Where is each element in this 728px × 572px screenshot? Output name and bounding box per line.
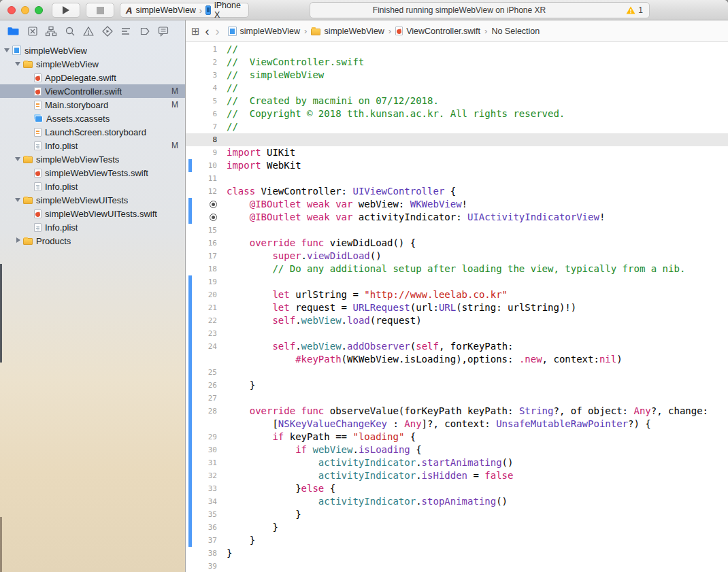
code-line[interactable]: 15 [186,224,728,237]
code-text[interactable]: // Created by macmini on 07/12/2018. [227,95,439,107]
code-text[interactable]: // Do any additional setup after loading… [227,263,685,275]
go-forward-icon[interactable]: › [215,25,220,37]
line-number-gutter[interactable]: 2 [186,56,217,69]
code-text[interactable]: // [227,120,238,133]
code-text[interactable]: @IBOutlet weak var webView: WKWebView! [227,198,467,211]
line-number-gutter[interactable]: 16 [186,237,217,250]
code-line[interactable]: 34 activityIndicator.stopAnimating() [186,495,728,508]
close-window-button[interactable] [7,6,16,14]
code-line[interactable]: 9 import UIKit [186,146,728,159]
code-text[interactable]: } [227,547,232,560]
code-text[interactable]: super.viewDidLoad() [227,250,382,263]
code-line[interactable]: 33 }else { [186,482,728,495]
code-line[interactable]: 6 // Copyright © 2018 tth.kunsan.ac.kr. … [186,107,728,120]
disclosure-triangle-icon[interactable] [26,169,33,176]
disclosure-triangle-icon[interactable] [26,115,33,122]
code-line[interactable]: 23 [186,327,728,340]
line-number-gutter[interactable]: 9 [186,146,217,159]
run-button[interactable] [52,3,80,18]
code-text[interactable]: override func observeValue(forKeyPath ke… [227,405,708,418]
line-number-gutter[interactable]: 12 [186,185,217,198]
code-line[interactable]: @IBOutlet weak var webView: WKWebView! [186,198,728,211]
breakpoints-icon[interactable] [139,25,151,37]
code-line[interactable]: [NSKeyValueChangeKey : Any]?, context: U… [186,418,728,431]
code-line[interactable]: 20 let urlString = "http://www.leelab.co… [186,288,728,301]
scheme-device[interactable]: iPhone X [214,1,243,20]
tree-row[interactable]: Main.storyboard M [0,98,185,112]
code-line[interactable]: 37 } [186,534,728,547]
code-line[interactable]: 25 [186,366,728,379]
code-text[interactable]: // ViewController.swift [227,56,364,69]
tests-icon[interactable] [101,25,114,37]
tree-row[interactable]: simpleWebViewUITests [0,193,185,207]
tree-row[interactable]: Assets.xcassets [0,112,185,125]
code-line[interactable]: 30 if webView.isLoading { [186,443,728,456]
line-number-gutter[interactable]: 11 [186,172,217,185]
code-line[interactable]: 28 override func observeValue(forKeyPath… [186,405,728,418]
code-area[interactable]: 1 // 2 // ViewController.swift 3 // simp… [186,43,728,572]
code-text[interactable]: import UIKit [227,146,295,159]
disclosure-triangle-icon[interactable] [26,101,33,108]
tree-row[interactable]: simpleWebViewTests [0,152,185,166]
code-text[interactable]: }else { [227,482,335,495]
disclosure-triangle-icon[interactable] [4,47,11,54]
tree-row[interactable]: simpleWebView [0,44,185,57]
tree-row[interactable]: ViewController.swift M [0,84,185,98]
scheme-target[interactable]: simpleWebView [135,5,195,15]
debug-icon[interactable] [120,25,132,37]
code-text[interactable]: } [227,508,301,521]
breadcrumb-item[interactable]: simpleWebView [228,27,300,36]
disclosure-triangle-icon[interactable] [15,237,22,244]
line-number-gutter[interactable]: 4 [186,82,217,95]
code-text[interactable]: import WebKit [227,159,301,172]
line-number-gutter[interactable]: 39 [186,560,217,572]
code-line[interactable]: 12 class ViewController: UIViewControlle… [186,185,728,198]
code-text[interactable]: activityIndicator.stopAnimating() [227,495,508,508]
breadcrumb-item[interactable]: simpleWebView [311,27,384,36]
code-line[interactable]: 22 self.webView.load(request) [186,314,728,327]
code-text[interactable]: } [227,534,255,547]
code-text[interactable]: self.webView.addObserver(self, forKeyPat… [227,340,514,353]
disclosure-triangle-icon[interactable] [26,224,33,231]
code-text[interactable]: let urlString = "http://www.leelab.co.kr… [227,288,508,301]
issues-icon[interactable] [82,25,95,37]
code-text[interactable]: class ViewController: UIViewController { [227,185,456,198]
tree-row[interactable]: simpleWebViewTests.swift [0,166,185,180]
code-text[interactable]: // Copyright © 2018 tth.kunsan.ac.kr. Al… [227,107,565,120]
tree-row[interactable]: Products [0,234,185,248]
line-number-gutter[interactable]: 18 [186,263,217,275]
line-number-gutter[interactable]: 38 [186,547,217,560]
code-text[interactable]: let request = URLRequest(url:URL(string:… [227,301,576,314]
code-line[interactable]: 38 } [186,547,728,560]
tree-row[interactable]: Info.plist M [0,139,185,152]
search-icon[interactable] [64,25,76,37]
zoom-window-button[interactable] [35,6,43,14]
tree-row[interactable]: AppDelegate.swift [0,71,185,84]
disclosure-triangle-icon[interactable] [26,129,33,135]
code-text[interactable]: #keyPath(WKWebView.isLoading),options: .… [227,353,623,366]
go-back-icon[interactable]: ‹ [205,25,210,37]
code-line[interactable]: 7 // [186,120,728,133]
line-number-gutter[interactable]: 5 [186,95,217,107]
code-text[interactable]: // [227,43,238,56]
related-items-icon[interactable]: ⊞ [191,26,200,36]
minimize-window-button[interactable] [21,6,29,14]
line-number-gutter[interactable]: 6 [186,107,217,120]
tree-row[interactable]: simpleWebView [0,57,185,71]
code-line[interactable]: 31 activityIndicator.startAnimating() [186,456,728,469]
code-text[interactable]: if keyPath == "loading" { [227,431,416,443]
disclosure-triangle-icon[interactable] [15,61,22,67]
code-line[interactable]: 2 // ViewController.swift [186,56,728,69]
disclosure-triangle-icon[interactable] [26,183,33,190]
disclosure-triangle-icon[interactable] [15,156,22,163]
source-control-icon[interactable] [27,25,39,37]
code-text[interactable]: activityIndicator.startAnimating() [227,456,513,469]
tree-row[interactable]: Info.plist [0,180,185,193]
code-line[interactable]: 18 // Do any additional setup after load… [186,263,728,275]
line-number-gutter[interactable]: 17 [186,250,217,263]
code-text[interactable]: override func viewDidLoad() { [227,237,416,250]
line-number-gutter[interactable]: 3 [186,69,217,82]
warning-indicator[interactable]: 1 [626,3,643,18]
outlet-connection-icon[interactable] [210,214,217,221]
code-text[interactable]: [NSKeyValueChangeKey : Any]?, context: U… [227,418,651,431]
